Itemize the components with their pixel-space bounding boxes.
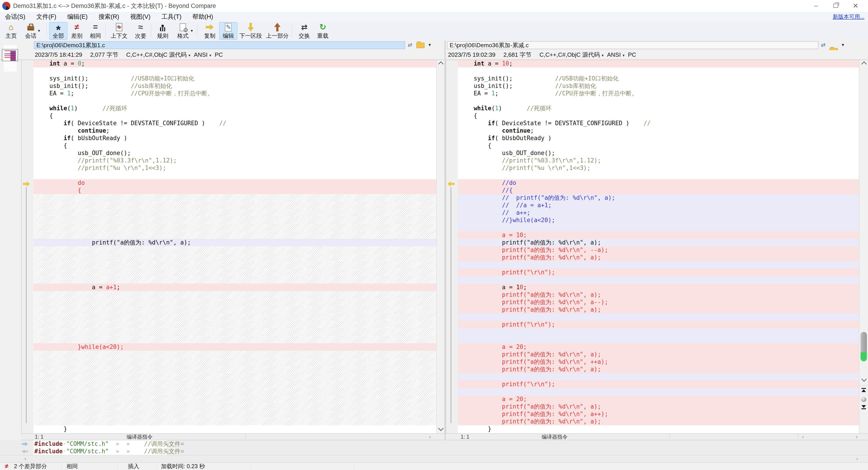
- right-syntax-select[interactable]: C,C++,C#,ObjC 源代码: [539, 51, 600, 58]
- code-text: usb_init();: [35, 83, 88, 89]
- close-button[interactable]: ✕: [847, 0, 864, 11]
- code-line: //}while(a<20);: [458, 217, 859, 224]
- chevron-down-icon[interactable]: ▾: [622, 53, 625, 58]
- chevron-down-icon[interactable]: ▾: [188, 53, 191, 58]
- code-text: //调用头文件: [144, 440, 180, 447]
- left-scrollbar[interactable]: [436, 60, 445, 434]
- menu-tools[interactable]: 工具(T): [156, 12, 186, 22]
- minor-button[interactable]: ≈ 次要: [131, 22, 150, 40]
- right-file-path-input[interactable]: E:\proj\06\Demo36累加-累减.c: [447, 41, 818, 49]
- code-text: //{: [460, 187, 513, 194]
- rules-button[interactable]: 规则: [154, 22, 172, 40]
- code-line: [33, 217, 436, 224]
- divider: [670, 434, 670, 439]
- scroll-up-icon[interactable]: [438, 61, 443, 67]
- right-encoding-select[interactable]: ANSI: [607, 51, 621, 58]
- menu-edit[interactable]: 编辑(E): [62, 12, 92, 22]
- home-button[interactable]: ⌂ 主页: [2, 22, 20, 40]
- center-view-button[interactable]: [861, 397, 866, 402]
- code-text: printf("a的值为: %d\r\n", a++);: [460, 411, 608, 417]
- horizontal-scrollbar[interactable]: ‹ ›: [0, 455, 868, 463]
- right-modified-time: 2023/7/5 19:02:39: [448, 51, 495, 58]
- scrollbar-thumb-green: [861, 352, 867, 361]
- chevron-down-icon[interactable]: ▾: [602, 53, 604, 58]
- code-text: //CPU开放中断，打开总中断。: [498, 90, 638, 97]
- code-text: if: [488, 135, 495, 142]
- close-icon: ✕: [852, 2, 858, 10]
- code-text: ;: [495, 90, 499, 97]
- chevron-down-icon[interactable]: ▾: [191, 28, 193, 33]
- line-details-pane[interactable]: #include·"COMM/stc.h" » » //调用头文件¤ #incl…: [0, 440, 868, 455]
- overflow-right-icon[interactable]: ›: [429, 434, 431, 440]
- overflow-left-icon[interactable]: ‹: [802, 434, 804, 440]
- left-encoding-select[interactable]: ANSI: [194, 51, 208, 58]
- left-syntax-select[interactable]: C,C++,C#,ObjC 源代码: [126, 51, 186, 58]
- scroll-down-icon[interactable]: [861, 376, 867, 382]
- code-text: //死循环: [78, 105, 127, 112]
- left-path-actions-icon[interactable]: ⇄: [405, 41, 414, 49]
- right-code-editor[interactable]: int a = 10; sys_init(); //USB功能+IO口初始化 u…: [458, 60, 859, 434]
- same-icon: =: [90, 22, 101, 32]
- next-difference-button[interactable]: [862, 405, 866, 409]
- left-browse-folder-icon[interactable]: [416, 43, 425, 48]
- copy-button[interactable]: 复制: [201, 22, 219, 40]
- code-line: [33, 321, 436, 328]
- code-text: sys_init();: [35, 75, 88, 82]
- prev-difference-button[interactable]: [862, 388, 866, 392]
- differences-icon: ≠: [71, 22, 82, 32]
- swap-button[interactable]: ⇄ 交换: [295, 22, 313, 40]
- menu-session[interactable]: 会话(S): [0, 12, 30, 22]
- code-line: printf("a的值为: %d\r\n", a--);: [458, 299, 859, 306]
- prev-section-button[interactable]: 上一部分: [265, 22, 290, 40]
- pane-splitter[interactable]: [444, 40, 446, 462]
- overview-viewport-rect[interactable]: [2, 49, 18, 61]
- scroll-down-icon[interactable]: [438, 426, 443, 431]
- code-text: {: [35, 112, 53, 119]
- rules-label: 规则: [157, 32, 168, 39]
- chevron-down-icon[interactable]: ▾: [38, 28, 40, 33]
- reload-button[interactable]: ↻ 重载: [314, 22, 332, 40]
- compare-workspace: int a = 0; sys_init(); //USB功能+IO口初始化 us…: [0, 60, 868, 434]
- edit-button[interactable]: ✎ 编辑: [219, 22, 237, 40]
- same-button[interactable]: = 相同: [86, 22, 104, 40]
- right-path-actions-icon[interactable]: ⇄: [819, 41, 828, 49]
- hscroll-right-icon[interactable]: ›: [856, 455, 858, 462]
- code-line: a = 20;: [458, 396, 859, 403]
- next-section-button[interactable]: 下一区段: [238, 22, 264, 40]
- right-path-chevron-down-icon[interactable]: ▾: [842, 42, 844, 48]
- left-path-chevron-down-icon[interactable]: ▾: [429, 42, 431, 48]
- show-all-button[interactable]: * 全部: [49, 22, 67, 40]
- differences-status-icon: ≠: [5, 463, 8, 470]
- code-text: ( DeviceState != DEVSTATE_CONFIGURED ): [71, 120, 205, 127]
- format-button[interactable]: ⚙ 格式 ▾: [172, 22, 193, 40]
- code-line: // a++;: [458, 209, 859, 217]
- session-button[interactable]: 会话 ▾: [21, 22, 41, 40]
- left-file-path-input[interactable]: E:\proj\06\Demo31累加1.c: [34, 41, 405, 49]
- differences-button[interactable]: ≠ 差别: [68, 22, 86, 40]
- code-text: //: [629, 120, 651, 127]
- left-current-line[interactable]: #include·"COMM/stc.h" » » //调用头文件¤: [34, 440, 577, 448]
- code-text: ): [74, 105, 78, 112]
- restore-button[interactable]: [828, 0, 844, 11]
- chevron-down-icon[interactable]: ▾: [209, 53, 211, 58]
- hscroll-left-icon[interactable]: ‹: [24, 455, 26, 462]
- code-text: (: [67, 105, 71, 112]
- menu-file[interactable]: 文件(F): [31, 12, 61, 22]
- code-line: printf("a的值为: %d\r\n", a);: [33, 239, 436, 246]
- scroll-up-icon[interactable]: [861, 61, 867, 67]
- code-text: printf("a的值为: %d\r\n", a);: [460, 291, 601, 298]
- code-line: //do: [458, 179, 859, 187]
- menu-search[interactable]: 搜索(R): [94, 12, 124, 22]
- new-version-link[interactable]: 新版本可用...: [833, 12, 864, 22]
- overflow-right-icon[interactable]: ›: [856, 434, 858, 440]
- context-button[interactable]: ⇅ 上下文: [108, 22, 130, 40]
- minimize-button[interactable]: –: [808, 0, 824, 11]
- right-current-line[interactable]: #include·"COMM/stc.h" » » //调用头文件¤: [34, 448, 577, 455]
- menu-help[interactable]: 帮助(H): [187, 12, 218, 22]
- code-text: printf("a的值为: %d\r\n", a);: [460, 254, 601, 261]
- right-scrollbar[interactable]: [859, 60, 868, 434]
- left-code-editor[interactable]: int a = 0; sys_init(); //USB功能+IO口初始化 us…: [33, 60, 436, 434]
- menu-view[interactable]: 视图(V): [125, 12, 156, 22]
- code-text: }while(a<20);: [35, 343, 124, 350]
- code-text: //}while(a<20);: [460, 217, 555, 223]
